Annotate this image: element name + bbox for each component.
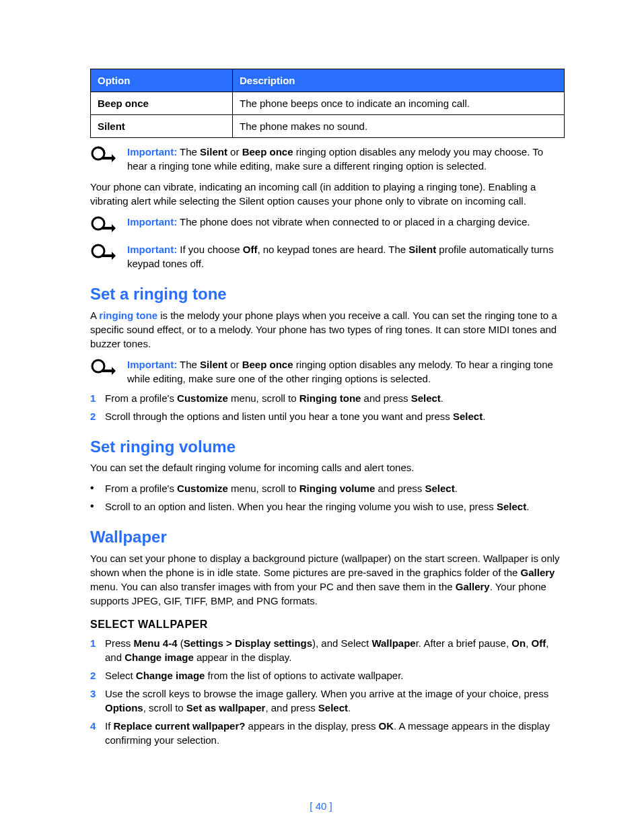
important-label: Important:	[127, 146, 177, 158]
options-table: Option Description Beep once The phone b…	[90, 69, 565, 138]
heading-wallpaper: Wallpaper	[90, 526, 565, 549]
cell-option: Silent	[91, 115, 233, 138]
step-number: 2	[90, 668, 105, 682]
list-item: 3 Use the scroll keys to browse the imag…	[90, 687, 565, 715]
list-item: 1 Press Menu 4-4 (Settings > Display set…	[90, 636, 565, 664]
subheading-select-wallpaper: SELECT WALLPAPER	[90, 617, 565, 632]
table-row: Silent The phone makes no sound.	[91, 115, 565, 138]
table-header-row: Option Description	[91, 69, 565, 92]
term-ringing-tone: ringing tone	[99, 310, 157, 321]
list-item: • From a profile's Customize menu, scrol…	[90, 481, 565, 495]
steps-ringing-tone: 1 From a profile's Customize menu, scrol…	[90, 391, 565, 423]
cell-option: Beep once	[91, 92, 233, 115]
important-label: Important:	[127, 359, 177, 370]
heading-set-ringing-volume: Set ringing volume	[90, 435, 565, 458]
page-number: [ 40 ]	[0, 799, 642, 813]
bullets-ringing-volume: • From a profile's Customize menu, scrol…	[90, 481, 565, 514]
col-description: Description	[233, 69, 565, 92]
list-item: 2 Select Change image from the list of o…	[90, 668, 565, 682]
important-icon	[90, 145, 127, 167]
important-label: Important:	[127, 216, 177, 228]
body-paragraph: You can set your phone to display a back…	[90, 551, 565, 608]
important-icon	[90, 357, 127, 380]
important-note: Important: If you choose Off, no keypad …	[90, 242, 565, 271]
step-number: 1	[90, 636, 105, 664]
step-number: 1	[90, 391, 105, 405]
step-number: 2	[90, 409, 105, 423]
important-icon	[90, 215, 127, 237]
list-item: 1 From a profile's Customize menu, scrol…	[90, 391, 565, 405]
important-note: Important: The Silent or Beep once ringi…	[90, 357, 565, 386]
important-note: Important: The Silent or Beep once ringi…	[90, 145, 565, 173]
important-icon	[90, 242, 127, 265]
list-item: 4 If Replace current wallpaper? appears …	[90, 719, 565, 747]
step-number: 3	[90, 687, 105, 715]
list-item: 2 Scroll through the options and listen …	[90, 409, 565, 423]
important-note: Important: The phone does not vibrate wh…	[90, 215, 565, 237]
body-paragraph: A ringing tone is the melody your phone …	[90, 308, 565, 351]
heading-set-ringing-tone: Set a ringing tone	[90, 283, 565, 306]
cell-desc: The phone beeps once to indicate an inco…	[233, 92, 565, 115]
col-option: Option	[91, 69, 233, 92]
step-number: 4	[90, 719, 105, 747]
steps-select-wallpaper: 1 Press Menu 4-4 (Settings > Display set…	[90, 636, 565, 747]
note-text: Important: The Silent or Beep once ringi…	[127, 145, 565, 173]
note-text: Important: If you choose Off, no keypad …	[127, 242, 565, 271]
body-paragraph: You can set the default ringing volume f…	[90, 460, 565, 475]
note-text: Important: The Silent or Beep once ringi…	[127, 357, 565, 386]
body-paragraph: Your phone can vibrate, indicating an in…	[90, 180, 565, 208]
bullet-icon: •	[90, 499, 105, 514]
table-row: Beep once The phone beeps once to indica…	[91, 92, 565, 115]
cell-desc: The phone makes no sound.	[233, 115, 565, 138]
document-page: Option Description Beep once The phone b…	[0, 0, 642, 840]
important-label: Important:	[127, 244, 177, 255]
list-item: • Scroll to an option and listen. When y…	[90, 499, 565, 514]
note-text: Important: The phone does not vibrate wh…	[127, 215, 565, 229]
bullet-icon: •	[90, 481, 105, 495]
